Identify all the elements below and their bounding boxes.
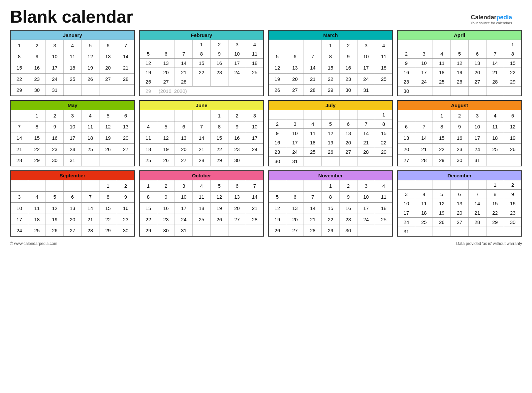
day-cell bbox=[193, 110, 210, 121]
day-cell bbox=[46, 180, 64, 192]
day-cell: 20 bbox=[451, 208, 468, 218]
day-cell: 7 bbox=[117, 40, 135, 51]
day-cell: 4 bbox=[375, 40, 393, 51]
day-cell: 15 bbox=[375, 129, 393, 138]
day-cell: 5 bbox=[504, 110, 522, 121]
day-cell: 24 bbox=[286, 147, 304, 157]
day-cell: 19 bbox=[99, 132, 117, 144]
day-cell: 29 bbox=[504, 77, 522, 87]
day-cell: 22 bbox=[433, 143, 451, 155]
day-cell: 5 bbox=[210, 180, 228, 192]
day-cell: 10 bbox=[415, 59, 433, 68]
day-cell: 30 bbox=[157, 225, 175, 236]
day-cell bbox=[375, 157, 393, 166]
day-cell bbox=[28, 180, 46, 192]
day-cell: 28 bbox=[415, 155, 433, 166]
day-cell: 11 bbox=[28, 203, 46, 214]
week-row: 20212223242526 bbox=[397, 143, 522, 155]
week-row: 78910111213 bbox=[10, 121, 135, 132]
day-cell: 4 bbox=[139, 121, 157, 132]
day-cell: 19 bbox=[322, 138, 339, 147]
week-row: 1 bbox=[268, 110, 393, 119]
day-cell: 2 bbox=[210, 40, 228, 49]
month-header-may: May bbox=[10, 100, 135, 110]
day-cell: 26 bbox=[99, 143, 117, 155]
week-row: 21222324252627 bbox=[10, 143, 135, 155]
day-cell: 28 bbox=[304, 85, 322, 96]
day-cell: 16 bbox=[451, 132, 468, 144]
day-cell: 28 bbox=[486, 77, 504, 87]
month-table-november: November12345678910111213141516171819202… bbox=[268, 170, 393, 237]
day-cell bbox=[375, 225, 393, 236]
day-cell: 23 bbox=[451, 143, 468, 155]
day-cell: 4 bbox=[81, 110, 99, 121]
day-cell: 6 bbox=[228, 180, 246, 192]
day-cell: 25 bbox=[28, 225, 46, 236]
day-cell: 9 bbox=[451, 121, 468, 132]
week-row: 12 bbox=[10, 180, 135, 192]
day-cell: 7 bbox=[486, 49, 504, 59]
day-cell: 25 bbox=[246, 68, 264, 77]
day-cell: 9 bbox=[46, 121, 64, 132]
week-row: 12 bbox=[397, 180, 522, 190]
day-cell bbox=[357, 157, 375, 166]
day-cell: 31 bbox=[286, 157, 304, 166]
day-cell: 30 bbox=[339, 85, 357, 96]
day-cell: 24 bbox=[46, 73, 64, 85]
day-cell bbox=[451, 227, 468, 237]
day-cell bbox=[504, 227, 522, 237]
day-cell: 10 bbox=[46, 51, 64, 62]
day-cell bbox=[246, 225, 264, 236]
day-cell: 30 bbox=[228, 155, 246, 166]
day-cell: 27 bbox=[117, 143, 135, 155]
day-cell: 11 bbox=[375, 191, 393, 203]
day-cell: 29 bbox=[375, 147, 393, 157]
day-cell: 25 bbox=[375, 73, 393, 85]
day-cell: 27 bbox=[286, 225, 304, 236]
day-cell: 24 bbox=[357, 73, 375, 85]
day-cell bbox=[433, 87, 451, 96]
day-cell: 22 bbox=[28, 143, 46, 155]
week-row: 123456 bbox=[10, 110, 135, 121]
day-cell: 18 bbox=[139, 143, 157, 155]
day-cell: 11 bbox=[193, 191, 210, 203]
week-row: 567891011 bbox=[268, 51, 393, 62]
day-cell: 13 bbox=[228, 191, 246, 203]
day-cell: 2 bbox=[397, 49, 415, 59]
month-header-january: January bbox=[10, 30, 135, 40]
day-cell: 4 bbox=[193, 180, 210, 192]
day-cell bbox=[246, 77, 264, 87]
day-cell: 20 bbox=[286, 214, 304, 225]
day-cell: 14 bbox=[304, 62, 322, 74]
day-cell: 1 bbox=[28, 110, 46, 121]
day-cell bbox=[268, 180, 286, 192]
day-cell: 22 bbox=[139, 214, 157, 225]
day-cell: 25 bbox=[64, 73, 81, 85]
day-cell: 20 bbox=[64, 214, 81, 225]
day-cell: 28 bbox=[304, 225, 322, 236]
day-cell: 16 bbox=[268, 138, 286, 147]
day-cell: 30 bbox=[339, 225, 357, 236]
day-cell: 12 bbox=[268, 62, 286, 74]
day-cell bbox=[486, 87, 504, 96]
day-cell: 30 bbox=[397, 87, 415, 96]
day-cell: 9 bbox=[157, 191, 175, 203]
day-cell: 23 bbox=[339, 214, 357, 225]
week-row: 22232425262728 bbox=[139, 214, 264, 225]
day-cell: 11 bbox=[415, 199, 433, 208]
day-cell: 6 bbox=[286, 191, 304, 203]
day-cell: 2 bbox=[451, 110, 468, 121]
week-row: 23242526272829 bbox=[268, 147, 393, 157]
day-cell: 4 bbox=[28, 191, 46, 203]
day-cell: 13 bbox=[339, 129, 357, 138]
day-cell bbox=[357, 110, 375, 119]
day-cell: 25 bbox=[433, 77, 451, 87]
day-cell: 23 bbox=[46, 143, 64, 155]
week-row: 45678910 bbox=[139, 121, 264, 132]
day-cell: 7 bbox=[81, 191, 99, 203]
day-cell bbox=[415, 110, 433, 121]
day-cell: 8 bbox=[433, 121, 451, 132]
week-row: 262728293031 bbox=[268, 85, 393, 96]
day-cell bbox=[397, 110, 415, 121]
day-cell: 23 bbox=[339, 73, 357, 85]
